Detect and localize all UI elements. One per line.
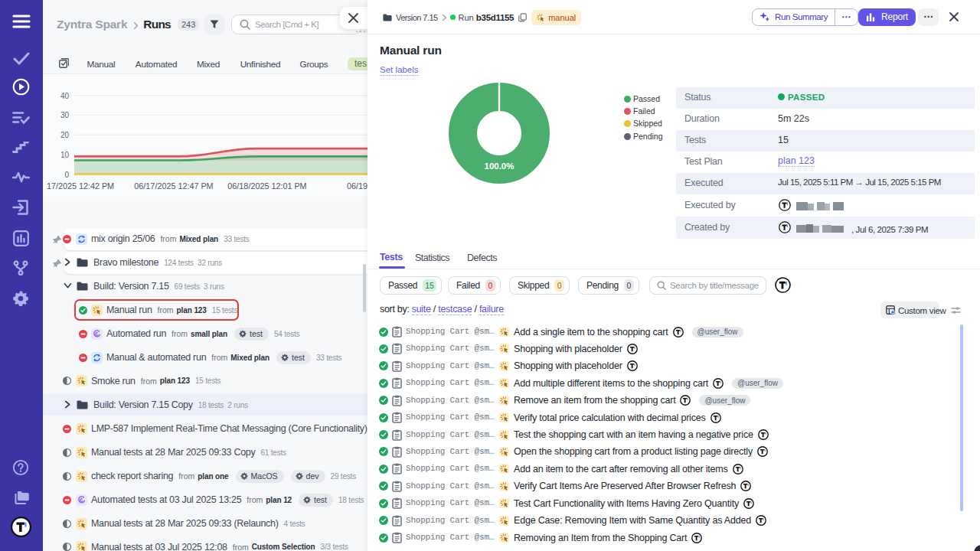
svg-text:20: 20 bbox=[60, 131, 70, 139]
svg-text:30: 30 bbox=[60, 111, 70, 119]
svg-text:100.0%: 100.0% bbox=[484, 161, 514, 171]
svg-text:0: 0 bbox=[64, 171, 69, 179]
svg-text:06/19/2025: 06/19/2025 bbox=[347, 181, 368, 191]
svg-text:17/2025 12:42 PM: 17/2025 12:42 PM bbox=[47, 181, 114, 191]
svg-text:06/17/2025 12:47 PM: 06/17/2025 12:47 PM bbox=[134, 181, 213, 191]
svg-text:40: 40 bbox=[60, 92, 70, 100]
svg-text:06/18/2025 12:01 PM: 06/18/2025 12:01 PM bbox=[227, 181, 306, 191]
svg-text:10: 10 bbox=[60, 151, 70, 159]
